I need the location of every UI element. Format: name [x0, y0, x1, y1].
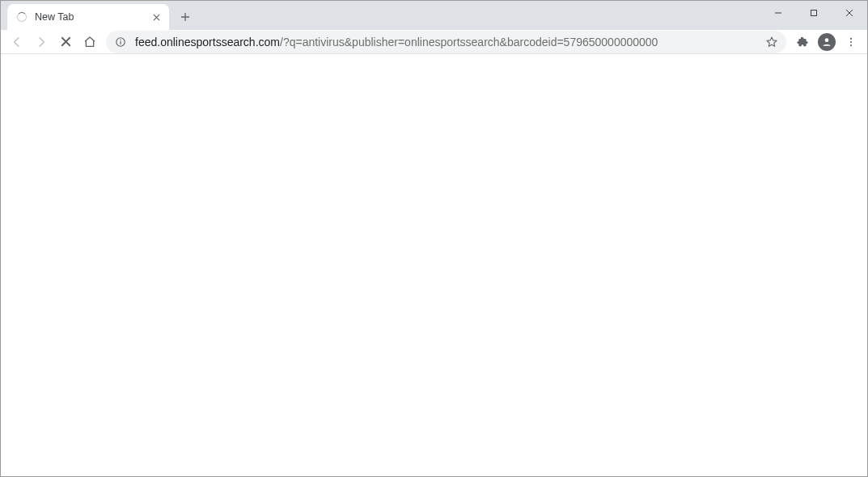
stop-reload-button[interactable]: [54, 31, 77, 53]
svg-point-7: [850, 44, 852, 46]
svg-rect-0: [811, 11, 817, 16]
toolbar-right: [791, 31, 862, 53]
svg-point-4: [825, 38, 829, 42]
site-info-icon[interactable]: [114, 36, 127, 49]
maximize-button[interactable]: [796, 1, 832, 25]
minimize-button[interactable]: [760, 1, 796, 25]
svg-rect-3: [120, 39, 121, 40]
window-close-button[interactable]: [832, 1, 867, 25]
window-controls: [760, 1, 867, 30]
svg-rect-2: [120, 40, 121, 44]
new-tab-button[interactable]: [174, 6, 197, 28]
forward-button[interactable]: [30, 31, 53, 53]
tab-active[interactable]: New Tab: [7, 4, 169, 30]
svg-point-5: [850, 37, 852, 39]
page-content: [1, 54, 867, 476]
address-bar[interactable]: feed.onlinesportssearch.com/?q=antivirus…: [106, 31, 786, 53]
svg-point-6: [850, 40, 852, 42]
avatar-icon: [818, 33, 836, 51]
url-text[interactable]: feed.onlinesportssearch.com/?q=antivirus…: [135, 36, 757, 49]
tab-title: New Tab: [35, 11, 143, 23]
tab-close-button[interactable]: [150, 11, 163, 23]
bookmark-star-icon[interactable]: [765, 36, 778, 49]
loading-spinner-icon: [15, 11, 28, 23]
browser-window: New Tab: [0, 0, 868, 477]
titlebar: New Tab: [1, 1, 867, 30]
url-path: /?q=antivirus&publisher=onlinesportssear…: [280, 36, 658, 49]
extensions-button[interactable]: [791, 31, 814, 53]
back-button[interactable]: [6, 31, 28, 53]
home-button[interactable]: [78, 31, 101, 53]
profile-button[interactable]: [815, 31, 838, 53]
url-host: feed.onlinesportssearch.com: [135, 36, 280, 49]
toolbar: feed.onlinesportssearch.com/?q=antivirus…: [1, 30, 867, 54]
menu-button[interactable]: [840, 31, 862, 53]
